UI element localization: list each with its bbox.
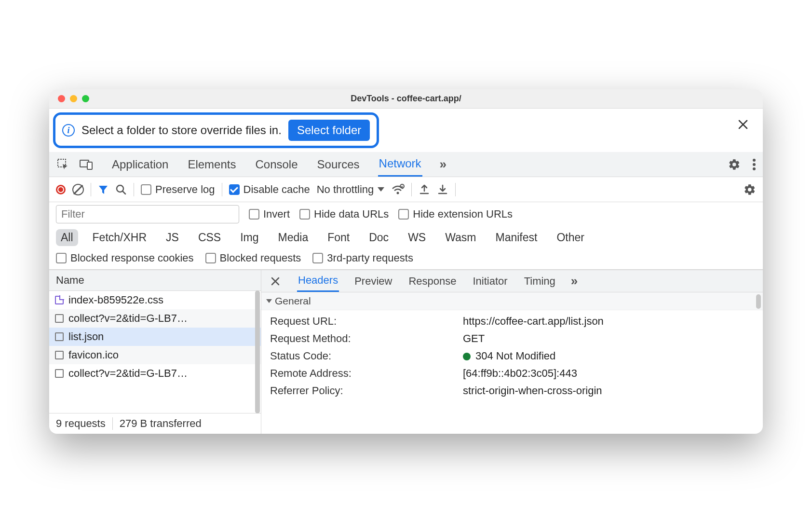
type-wasm[interactable]: Wasm bbox=[440, 229, 481, 246]
throttling-select[interactable]: No throttling bbox=[317, 183, 385, 196]
type-other[interactable]: Other bbox=[552, 229, 589, 246]
file-icon bbox=[55, 314, 64, 323]
more-options-icon[interactable] bbox=[752, 158, 756, 171]
request-name: collect?v=2&tid=G-LB7… bbox=[68, 367, 188, 380]
record-button[interactable] bbox=[56, 185, 66, 194]
infobar-row: i Select a folder to store override file… bbox=[49, 109, 763, 152]
request-name: index-b859522e.css bbox=[68, 294, 163, 306]
checkbox-icon[interactable] bbox=[299, 209, 310, 220]
type-css[interactable]: CSS bbox=[193, 229, 226, 246]
type-ws[interactable]: WS bbox=[403, 229, 431, 246]
search-icon[interactable] bbox=[115, 184, 127, 195]
status-text: 304 Not Modified bbox=[475, 350, 555, 362]
checkbox-icon[interactable] bbox=[249, 209, 259, 220]
request-row[interactable]: favicon.ico bbox=[49, 346, 261, 364]
tab-elements[interactable]: Elements bbox=[187, 153, 237, 176]
type-manifest[interactable]: Manifest bbox=[491, 229, 542, 246]
request-url-value: https://coffee-cart.app/list.json bbox=[463, 315, 754, 328]
request-row[interactable]: index-b859522e.css bbox=[49, 291, 261, 309]
request-list: index-b859522e.css collect?v=2&tid=G-LB7… bbox=[49, 291, 261, 413]
request-row[interactable]: list.json bbox=[49, 328, 261, 346]
filter-toggle-icon[interactable] bbox=[98, 184, 108, 195]
detail-tab-timing[interactable]: Timing bbox=[523, 271, 556, 291]
type-font[interactable]: Font bbox=[323, 229, 354, 246]
maximize-window-icon[interactable] bbox=[82, 95, 89, 102]
close-icon[interactable] bbox=[738, 119, 748, 130]
blocked-cookies-checkbox[interactable]: Blocked response cookies bbox=[56, 252, 194, 264]
more-detail-tabs-icon[interactable]: » bbox=[571, 274, 578, 289]
hide-extension-urls-checkbox[interactable]: Hide extension URLs bbox=[398, 208, 513, 220]
devtools-window: DevTools - coffee-cart.app/ i Select a f… bbox=[49, 89, 763, 434]
checkbox-icon[interactable] bbox=[229, 184, 240, 195]
svg-line-7 bbox=[122, 191, 125, 194]
detail-tab-headers[interactable]: Headers bbox=[297, 270, 339, 292]
tab-application[interactable]: Application bbox=[111, 153, 169, 176]
invert-checkbox[interactable]: Invert bbox=[249, 208, 290, 220]
file-icon bbox=[55, 351, 64, 359]
blocked-filter-row: Blocked response cookies Blocked request… bbox=[49, 249, 763, 270]
disable-cache-checkbox[interactable]: Disable cache bbox=[229, 183, 310, 196]
type-all[interactable]: All bbox=[56, 229, 78, 246]
checkbox-icon[interactable] bbox=[205, 253, 216, 263]
third-party-checkbox[interactable]: 3rd-party requests bbox=[312, 252, 413, 264]
more-tabs-icon[interactable]: » bbox=[440, 157, 447, 172]
disable-cache-label: Disable cache bbox=[244, 183, 310, 196]
resource-type-filter: All Fetch/XHR JS CSS Img Media Font Doc … bbox=[49, 226, 763, 249]
network-settings-icon[interactable] bbox=[744, 183, 756, 196]
minimize-window-icon[interactable] bbox=[70, 95, 77, 102]
hide-data-urls-checkbox[interactable]: Hide data URLs bbox=[299, 208, 389, 220]
section-title: General bbox=[275, 295, 311, 307]
detail-tab-response[interactable]: Response bbox=[407, 271, 457, 291]
request-detail-pane: Headers Preview Response Initiator Timin… bbox=[261, 270, 763, 434]
checkbox-icon[interactable] bbox=[56, 253, 67, 263]
clear-button[interactable] bbox=[72, 184, 84, 195]
type-img[interactable]: Img bbox=[235, 229, 263, 246]
preserve-log-checkbox[interactable]: Preserve log bbox=[141, 183, 215, 196]
settings-icon[interactable] bbox=[728, 158, 741, 171]
separator bbox=[112, 417, 113, 430]
hide-ext-label: Hide extension URLs bbox=[413, 208, 513, 220]
status-code-value: 304 Not Modified bbox=[463, 350, 754, 362]
detail-tab-preview[interactable]: Preview bbox=[353, 271, 393, 291]
general-section-header[interactable]: General bbox=[261, 292, 763, 310]
checkbox-icon[interactable] bbox=[141, 184, 151, 195]
separator bbox=[222, 183, 222, 196]
detail-tabs: Headers Preview Response Initiator Timin… bbox=[261, 270, 763, 292]
device-toolbar-icon[interactable] bbox=[79, 157, 94, 172]
request-row[interactable]: collect?v=2&tid=G-LB7… bbox=[49, 364, 261, 383]
type-js[interactable]: JS bbox=[161, 229, 184, 246]
tab-sources[interactable]: Sources bbox=[316, 153, 361, 176]
request-row[interactable]: collect?v=2&tid=G-LB7… bbox=[49, 309, 261, 328]
throttling-value: No throttling bbox=[317, 183, 374, 196]
scrollbar[interactable] bbox=[756, 294, 761, 309]
referrer-policy-value: strict-origin-when-cross-origin bbox=[463, 385, 754, 397]
remote-address-value: [64:ff9b::4b02:3c05]:443 bbox=[463, 367, 754, 380]
close-details-icon[interactable] bbox=[268, 277, 283, 286]
separator bbox=[411, 183, 412, 196]
tab-console[interactable]: Console bbox=[254, 153, 298, 176]
network-conditions-icon[interactable] bbox=[391, 184, 405, 195]
checkbox-icon[interactable] bbox=[398, 209, 409, 220]
type-fetch-xhr[interactable]: Fetch/XHR bbox=[88, 229, 151, 246]
svg-point-8 bbox=[397, 192, 399, 194]
type-media[interactable]: Media bbox=[273, 229, 313, 246]
filter-input[interactable] bbox=[56, 205, 239, 223]
export-har-icon[interactable] bbox=[437, 184, 448, 195]
request-method-key: Request Method: bbox=[270, 332, 453, 345]
import-har-icon[interactable] bbox=[419, 184, 430, 195]
detail-tab-initiator[interactable]: Initiator bbox=[472, 271, 508, 291]
inspect-icon[interactable] bbox=[56, 157, 70, 172]
window-title: DevTools - coffee-cart.app/ bbox=[49, 94, 763, 104]
checkbox-icon[interactable] bbox=[312, 253, 323, 263]
tab-network[interactable]: Network bbox=[378, 152, 422, 177]
select-folder-button[interactable]: Select folder bbox=[288, 120, 370, 141]
chevron-down-icon bbox=[378, 187, 384, 192]
type-doc[interactable]: Doc bbox=[364, 229, 393, 246]
blocked-requests-checkbox[interactable]: Blocked requests bbox=[205, 252, 301, 264]
panel-tabs: Application Elements Console Sources Net… bbox=[49, 152, 763, 177]
scrollbar[interactable] bbox=[255, 290, 260, 413]
blocked-cookies-label: Blocked response cookies bbox=[70, 252, 194, 264]
titlebar: DevTools - coffee-cart.app/ bbox=[49, 89, 763, 109]
column-header-name[interactable]: Name bbox=[49, 270, 261, 291]
close-window-icon[interactable] bbox=[58, 95, 65, 102]
